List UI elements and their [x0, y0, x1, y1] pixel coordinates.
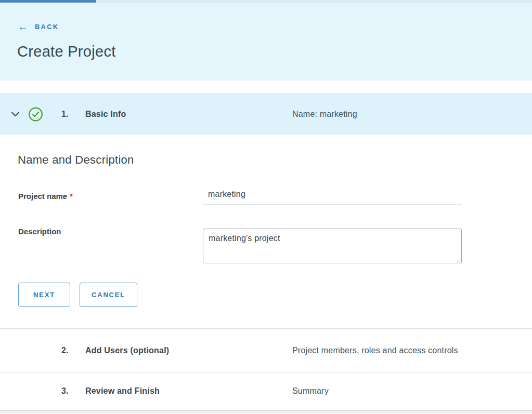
- chevron-down-icon[interactable]: [11, 112, 20, 117]
- check-circle-icon: [28, 107, 43, 122]
- project-name-label-text: Project name: [18, 192, 67, 201]
- step-summary-add-users: Project members, roles and access contro…: [292, 346, 458, 355]
- step-header-add-users[interactable]: 2. Add Users (optional) Project members,…: [0, 329, 532, 372]
- section-title: Name and Description: [18, 153, 134, 167]
- required-asterisk: *: [70, 192, 73, 201]
- wizard-accordion: 1. Basic Info Name: marketing Name and D…: [0, 94, 532, 410]
- create-project-page: ← BACK Create Project 1. Basic Info Name…: [0, 0, 532, 414]
- step-number: 1.: [61, 110, 68, 119]
- project-name-label: Project name*: [18, 192, 73, 201]
- step-title-add-users: Add Users (optional): [85, 346, 169, 355]
- back-label: BACK: [35, 23, 59, 31]
- header-gap: [0, 81, 532, 94]
- description-textarea[interactable]: marketing's project: [203, 229, 462, 263]
- step-number: 3.: [61, 386, 68, 396]
- arrow-left-icon: ←: [18, 21, 28, 32]
- next-button[interactable]: NEXT: [18, 283, 70, 307]
- wizard-header: ← BACK Create Project: [0, 3, 532, 81]
- step-header-basic-info[interactable]: 1. Basic Info Name: marketing: [0, 94, 532, 135]
- cancel-button[interactable]: CANCEL: [80, 283, 137, 307]
- step-panel-basic-info: Name and Description Project name* Descr…: [0, 135, 532, 329]
- step-title-basic-info: Basic Info: [85, 110, 126, 119]
- step-title-review-finish: Review and Finish: [85, 386, 160, 396]
- step-number: 2.: [61, 346, 68, 355]
- step-summary-review-finish: Summary: [292, 386, 329, 396]
- step-header-review-finish[interactable]: 3. Review and Finish Summary: [0, 372, 532, 410]
- page-title: Create Project: [17, 43, 116, 60]
- form-actions: NEXT CANCEL: [18, 283, 137, 307]
- back-button[interactable]: ← BACK: [18, 21, 59, 32]
- footer-strip: [0, 410, 532, 414]
- project-name-input[interactable]: [203, 185, 462, 205]
- description-label: Description: [18, 227, 61, 236]
- step-summary-basic-info: Name: marketing: [292, 110, 357, 119]
